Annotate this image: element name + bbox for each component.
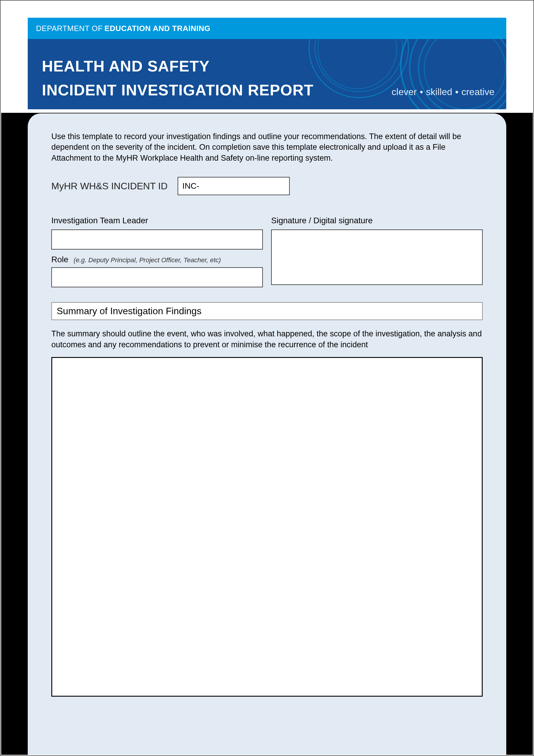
- banner-main: HEALTH AND SAFETY INCIDENT INVESTIGATION…: [28, 39, 506, 109]
- page-frame: DEPARTMENT OF EDUCATION AND TRAINING HEA…: [0, 0, 534, 756]
- leader-signature-row: Investigation Team Leader Role (e.g. Dep…: [51, 216, 483, 287]
- summary-heading: Summary of Investigation Findings: [51, 302, 483, 320]
- report-title: HEALTH AND SAFETY INCIDENT INVESTIGATION…: [42, 54, 314, 102]
- swirl-decoration: [318, 39, 397, 89]
- department-prefix: DEPARTMENT OF: [36, 24, 103, 33]
- title-line-1: HEALTH AND SAFETY: [42, 54, 314, 78]
- incident-id-input[interactable]: [178, 177, 290, 195]
- form-card: Use this template to record your investi…: [28, 113, 506, 755]
- team-leader-input[interactable]: [51, 230, 263, 250]
- summary-description: The summary should outline the event, wh…: [51, 328, 483, 350]
- header-banner: DEPARTMENT OF EDUCATION AND TRAINING HEA…: [28, 18, 506, 109]
- role-label: Role: [51, 255, 68, 264]
- incident-id-label: MyHR WH&S INCIDENT ID: [51, 181, 167, 192]
- swirl-decoration: [418, 39, 506, 109]
- intro-paragraph: Use this template to record your investi…: [51, 131, 483, 163]
- right-column: Signature / Digital signature: [271, 216, 483, 287]
- summary-textarea[interactable]: [51, 357, 483, 697]
- bullet-icon: •: [420, 87, 423, 97]
- role-hint: (e.g. Deputy Principal, Project Officer,…: [73, 256, 221, 264]
- signature-box[interactable]: [271, 230, 483, 285]
- swirl-decoration: [315, 39, 403, 92]
- swirl-decoration: [424, 39, 506, 109]
- tagline: clever•skilled•creative: [392, 87, 495, 97]
- incident-id-row: MyHR WH&S INCIDENT ID: [51, 177, 483, 195]
- swirl-decoration: [409, 39, 506, 109]
- team-leader-label: Investigation Team Leader: [51, 216, 263, 225]
- swirl-decoration: [400, 39, 506, 109]
- bullet-icon: •: [455, 87, 458, 97]
- role-label-row: Role (e.g. Deputy Principal, Project Off…: [51, 255, 263, 264]
- signature-label: Signature / Digital signature: [271, 216, 483, 225]
- title-line-2: INCIDENT INVESTIGATION REPORT: [42, 78, 314, 102]
- role-input[interactable]: [51, 267, 263, 287]
- department-strip: DEPARTMENT OF EDUCATION AND TRAINING: [28, 18, 506, 39]
- department-name: EDUCATION AND TRAINING: [104, 24, 210, 33]
- tagline-word: skilled: [426, 87, 452, 97]
- tagline-word: creative: [461, 87, 495, 97]
- left-column: Investigation Team Leader Role (e.g. Dep…: [51, 216, 263, 287]
- tagline-word: clever: [392, 87, 417, 97]
